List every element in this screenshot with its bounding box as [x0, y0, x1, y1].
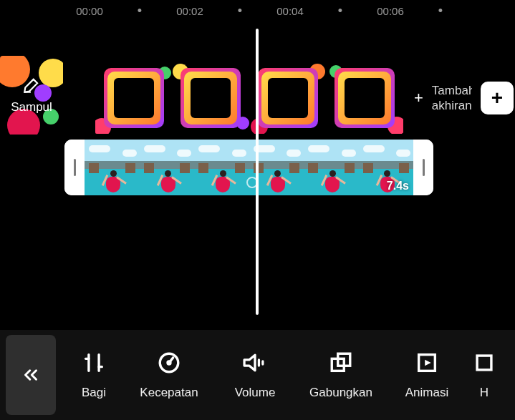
- ruler-label: 00:00: [72, 5, 107, 17]
- tool-label: Gabungkan: [309, 386, 372, 400]
- ruler-tick: •: [423, 4, 458, 17]
- playhead[interactable]: [256, 29, 259, 315]
- plus-icon: +: [491, 88, 503, 108]
- clip-trim-handle-left[interactable]: [64, 140, 85, 195]
- more-icon: [472, 350, 496, 376]
- merge-icon: [329, 350, 353, 376]
- time-ruler[interactable]: 00:00 • 00:02 • 00:04 • 00:06 •: [0, 0, 515, 21]
- ruler-tick: •: [322, 4, 358, 17]
- svg-marker-13: [425, 359, 431, 366]
- chevron-double-left-icon: [20, 364, 42, 386]
- overlay-frame[interactable]: [95, 62, 173, 134]
- ruler-label: 00:06: [372, 5, 408, 17]
- animation-icon: [415, 350, 439, 376]
- tool-label: Bagi: [82, 386, 106, 400]
- plus-icon: +: [414, 89, 423, 107]
- tool-more[interactable]: H: [470, 350, 499, 400]
- tool-merge[interactable]: Gabungkan: [298, 350, 384, 400]
- tool-volume[interactable]: Volume: [212, 350, 298, 400]
- edit-toolbar: Bagi Kecepatan Volume Gabungkan: [0, 329, 515, 420]
- tool-label: H: [480, 386, 488, 400]
- ruler-tick: •: [222, 4, 258, 17]
- cover-label: Sampul: [11, 100, 52, 114]
- tool-label: Animasi: [405, 386, 448, 400]
- ruler-tick: •: [122, 4, 158, 17]
- cover-button[interactable]: Sampul: [0, 56, 63, 135]
- edit-icon: [22, 76, 41, 94]
- overlay-frame[interactable]: [249, 62, 327, 134]
- overlay-track[interactable]: [95, 62, 403, 134]
- collapse-toolbar-button[interactable]: [6, 335, 56, 415]
- svg-marker-7: [244, 355, 255, 371]
- tool-label: Volume: [235, 386, 276, 400]
- svg-rect-14: [477, 356, 491, 370]
- ruler-label: 00:02: [172, 5, 208, 17]
- clip-duration: 7.4s: [387, 180, 409, 192]
- ruler-label: 00:04: [272, 5, 308, 17]
- divider: [0, 329, 515, 330]
- tool-speed[interactable]: Kecepatan: [126, 350, 212, 400]
- speed-icon: [157, 350, 181, 376]
- add-ending[interactable]: + Tambah akhiran +: [414, 62, 514, 134]
- overlay-frame[interactable]: [173, 62, 250, 134]
- add-ending-label: Tambah akhiran: [432, 83, 472, 114]
- volume-icon: [241, 350, 269, 376]
- tool-animation[interactable]: Animasi: [384, 350, 470, 400]
- add-ending-button[interactable]: +: [481, 82, 514, 114]
- tool-split[interactable]: Bagi: [62, 350, 126, 400]
- video-clip-selected[interactable]: 7.4s: [64, 140, 433, 195]
- split-icon: [82, 350, 106, 376]
- cover-thumbnail: [0, 56, 63, 135]
- overlay-frame[interactable]: [327, 62, 404, 134]
- svg-point-6: [168, 361, 170, 364]
- tool-label: Kecepatan: [140, 386, 198, 400]
- clip-trim-handle-right[interactable]: [413, 140, 433, 195]
